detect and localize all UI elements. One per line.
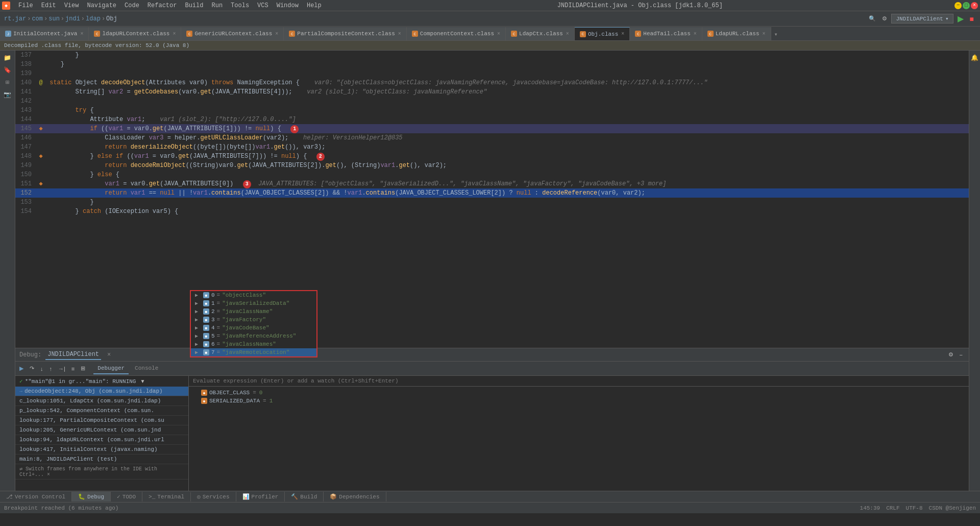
tab-close-ldapurlcontext[interactable]: × <box>173 31 176 37</box>
status-crlf[interactable]: CRLF <box>886 505 899 511</box>
menu-navigate[interactable]: Navigate <box>83 1 120 10</box>
frame-lookup177[interactable]: lookup:177, PartialCompositeContext (com… <box>15 416 188 425</box>
var-val-oc: 0 <box>259 390 263 396</box>
tab-close-initialcontext[interactable]: × <box>80 31 83 37</box>
evaluate-btn[interactable]: ≡ <box>69 365 77 373</box>
frame-switch-frames[interactable]: ⇄ Switch frames from anywhere in the IDE… <box>15 464 188 480</box>
breadcrumb-com[interactable]: com <box>32 15 43 22</box>
right-sidebar-notif-icon[interactable]: 🔔 <box>970 53 980 63</box>
bottom-tab-terminal[interactable]: >_ Terminal <box>142 492 191 501</box>
console-tab[interactable]: Console <box>131 363 162 374</box>
minimize-button[interactable]: − <box>954 2 962 9</box>
tab-close-headtail[interactable]: × <box>694 31 697 37</box>
bottom-tab-services[interactable]: ◎ Services <box>191 492 236 501</box>
step-out-btn[interactable]: ↑ <box>47 365 55 373</box>
tab-obj[interactable]: C Obj.class × <box>575 27 630 40</box>
code-line-139: 139 <box>15 69 969 78</box>
frame-lookup417[interactable]: lookup:417, InitialContext (javax.naming… <box>15 445 188 455</box>
debug-minimize-btn[interactable]: − <box>958 350 965 359</box>
toolbar: rt.jar › com › sun › jndi › ldap › Obj 🔍… <box>0 11 980 27</box>
frames-btn[interactable]: ⊞ <box>79 364 87 373</box>
var-serialized-data[interactable]: ◆ SERIALIZED_DATA = 1 <box>189 397 969 405</box>
debugger-tab[interactable]: Debugger <box>93 363 129 374</box>
menu-refactor[interactable]: Refactor <box>143 1 181 10</box>
step-over-btn[interactable]: ↷ <box>28 364 36 373</box>
tab-icon-class5: C <box>511 31 517 37</box>
bottom-tab-dependencies[interactable]: 📦 Dependencies <box>324 492 386 501</box>
maximize-button[interactable]: □ <box>963 2 970 9</box>
frame-clookup[interactable]: c_lookup:1051, LdapCtx (com.sun.jndi.lda… <box>15 396 188 406</box>
menu-vcs[interactable]: VCS <box>253 1 273 10</box>
menu-edit[interactable]: Edit <box>37 1 60 10</box>
frame-main8[interactable]: main:8, JNDILDAPClient (test) <box>15 455 188 464</box>
run-button[interactable]: ▶ <box>955 13 966 25</box>
breadcrumb-jndi[interactable]: jndi <box>65 15 80 22</box>
run-to-cursor-btn[interactable]: →| <box>56 365 67 373</box>
tab-close-partialcompositecontext[interactable]: × <box>398 31 401 37</box>
bottom-tab-profiler[interactable]: 📊 Profiler <box>236 492 285 501</box>
tab-close-componentcontext[interactable]: × <box>497 31 500 37</box>
bottom-tab-build[interactable]: 🔨 Build <box>285 492 324 501</box>
breadcrumb-sun[interactable]: sun <box>48 15 60 22</box>
close-button[interactable]: × <box>971 2 978 9</box>
bottom-tab-todo[interactable]: ✓ TODO <box>111 492 142 501</box>
tab-ldapctx[interactable]: C LdapCtx.class × <box>506 27 575 40</box>
menu-view[interactable]: View <box>60 1 83 10</box>
bottom-tab-vcs[interactable]: ⎇ Version Control <box>0 492 72 501</box>
menu-run[interactable]: Run <box>207 1 227 10</box>
tab-close-obj[interactable]: × <box>621 31 624 37</box>
tab-headtail[interactable]: C HeadTail.class × <box>630 27 702 40</box>
sidebar-structure-icon[interactable]: ⊞ <box>3 77 13 87</box>
menu-help[interactable]: Help <box>303 1 326 10</box>
eval-box-text: Evaluate expression (Enter) or add a wat… <box>193 378 399 384</box>
search-everywhere-btn[interactable]: 🔍 <box>867 14 878 23</box>
tab-initialcontext[interactable]: J InitialContext.java × <box>0 27 89 40</box>
sidebar-camera-icon[interactable]: 📷 <box>3 89 13 100</box>
debug-settings-btn[interactable]: ⚙ <box>946 350 955 359</box>
frame-label-main8: main:8, JNDILDAPClient (test) <box>19 456 117 462</box>
frame-lookup94[interactable]: lookup:94, ldapURLContext (com.sun.jndi.… <box>15 435 188 445</box>
frame-decodeobject[interactable]: → decodeObject:248, Obj (com.sun.jndi.ld… <box>15 387 188 396</box>
status-charset[interactable]: UTF-8 <box>906 505 923 511</box>
sidebar-bookmark-icon[interactable]: 🔖 <box>3 65 13 75</box>
eval-expression-box[interactable]: Evaluate expression (Enter) or add a wat… <box>189 376 969 387</box>
code-lines[interactable]: 137 } 138 } 139 <box>15 51 969 348</box>
status-line-col[interactable]: 145:39 <box>860 505 880 511</box>
menu-window[interactable]: Window <box>273 1 303 10</box>
tab-close-ldapurl[interactable]: × <box>763 31 766 37</box>
menu-file[interactable]: File <box>14 1 37 10</box>
frame-lookup205[interactable]: lookup:205, GenericURLContext (com.sun.j… <box>15 425 188 435</box>
run-config[interactable]: JNDILDAPClient ▾ <box>891 14 953 23</box>
frame-plookup[interactable]: p_lookup:542, ComponentContext (com.sun. <box>15 406 188 416</box>
frame-arrow-icon: → <box>19 389 22 394</box>
menu-build[interactable]: Build <box>181 1 207 10</box>
debug-close-btn[interactable]: × <box>107 351 111 358</box>
frame-label-decodeobject: decodeObject:248, Obj (com.sun.jndi.ldap… <box>24 388 163 394</box>
tab-partialcompositecontext[interactable]: C PartialCompositeContext.class × <box>284 27 406 40</box>
sidebar-project-icon[interactable]: 📁 <box>3 53 13 63</box>
tab-overflow[interactable]: ▾ <box>771 29 781 40</box>
debug-icon: 🐛 <box>78 493 85 500</box>
stop-button[interactable]: ■ <box>968 14 976 24</box>
tab-componentcontext[interactable]: C ComponentContext.class × <box>407 27 506 40</box>
tab-close-genericurlcontext[interactable]: × <box>275 31 278 37</box>
frame-label-lookup417: lookup:417, InitialContext (javax.naming… <box>19 446 158 452</box>
resume-btn[interactable]: ▶ <box>17 364 26 373</box>
tab-ldapurlcontext[interactable]: C ldapURLContext.class × <box>89 27 181 40</box>
tab-ldapurl[interactable]: C LdapURL.class × <box>702 27 771 40</box>
var-icon-sd: ◆ <box>201 398 207 404</box>
menu-code[interactable]: Code <box>120 1 143 10</box>
var-object-class[interactable]: ◆ OBJECT_CLASS = 0 <box>189 389 969 397</box>
menu-tools[interactable]: Tools <box>227 1 253 10</box>
breadcrumb-ldap[interactable]: ldap <box>86 15 101 22</box>
right-sidebar: 🔔 <box>969 51 980 491</box>
step-into-btn[interactable]: ↓ <box>38 365 45 373</box>
settings-btn[interactable]: ⚙ <box>880 14 889 23</box>
tab-close-ldapctx[interactable]: × <box>566 31 569 37</box>
filter-btn[interactable]: ▼ <box>138 377 147 385</box>
debug-session-tab[interactable]: JNDILDAPClient <box>45 350 101 360</box>
tab-genericurlcontext[interactable]: C GenericURLContext.class × <box>181 27 284 40</box>
bottom-tab-debug[interactable]: 🐛 Debug <box>72 492 111 501</box>
breadcrumb-rtjar[interactable]: rt.jar <box>4 15 26 22</box>
tab-label-ldapurlcontext: ldapURLContext.class <box>102 31 169 37</box>
